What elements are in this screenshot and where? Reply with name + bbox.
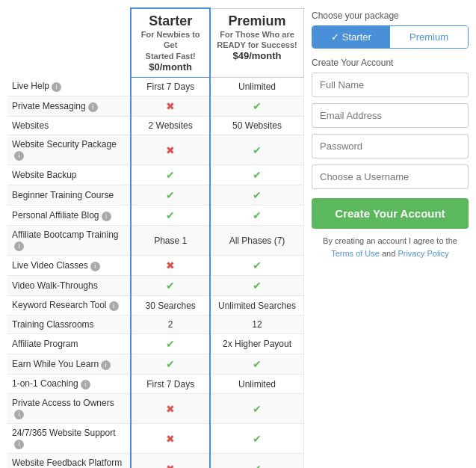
feature-header-empty — [7, 8, 131, 77]
premium-package-button[interactable]: Premium — [390, 26, 468, 48]
table-row: Websites2 Websites50 Websites — [7, 117, 304, 135]
create-account-button-label: Create Your Account — [335, 207, 445, 220]
feature-name-cell: Private Access to Ownersi — [7, 394, 131, 424]
table-row: Live Video Classesi✖✔ — [7, 256, 304, 276]
premium-value-cell: Unlimited — [210, 375, 304, 394]
check-icon: ✔ — [166, 338, 175, 350]
check-icon: ✔ — [166, 280, 175, 292]
feature-name-cell: Video Walk-Throughs — [7, 276, 131, 296]
premium-value-cell: Unlimited — [210, 77, 304, 96]
cross-icon: ✖ — [166, 433, 175, 445]
email-input[interactable] — [312, 103, 469, 128]
premium-value-cell: All Phases (7) — [210, 226, 304, 256]
cross-icon: ✖ — [166, 403, 175, 415]
check-icon: ✔ — [166, 209, 175, 221]
fullname-group — [312, 73, 469, 97]
info-icon[interactable]: i — [90, 262, 100, 271]
premium-value-cell: ✔ — [210, 206, 304, 226]
info-icon[interactable]: i — [101, 360, 111, 370]
check-icon: ✔ — [253, 463, 262, 468]
info-icon[interactable]: i — [14, 241, 24, 251]
fullname-input[interactable] — [312, 73, 469, 97]
feature-name-cell: Training Classrooms — [7, 315, 131, 334]
feature-name-cell: Beginner Training Course — [7, 185, 131, 206]
premium-value-cell: ✔ — [210, 424, 304, 454]
table-row: Affiliate Program✔2x Higher Payout — [7, 334, 304, 354]
starter-value-cell: ✖ — [131, 256, 210, 276]
premium-header: Premium For Those Who areREADY for Succe… — [210, 8, 304, 77]
check-icon: ✔ — [253, 144, 262, 156]
starter-value-cell: 2 Websites — [131, 117, 210, 135]
starter-value-cell: ✔ — [131, 165, 210, 185]
check-icon: ✔ — [253, 189, 262, 201]
email-group — [312, 103, 469, 128]
starter-check-icon: ✓ — [331, 31, 342, 43]
info-icon[interactable]: i — [52, 82, 61, 92]
starter-value-cell: ✖ — [131, 424, 210, 454]
cross-icon: ✖ — [166, 463, 175, 468]
terms-text: By creating an account I agree to the Te… — [312, 235, 469, 259]
check-icon: ✔ — [253, 280, 262, 292]
info-icon[interactable]: i — [88, 102, 98, 112]
feature-name-cell: Website Backup — [7, 165, 131, 185]
terms-link[interactable]: Terms of Use — [331, 249, 380, 258]
signup-panel: Choose your package ✓ Starter Premium Cr… — [312, 7, 469, 468]
password-input[interactable] — [312, 134, 469, 158]
premium-value-cell: ✔ — [210, 394, 304, 424]
username-input[interactable] — [312, 164, 469, 189]
feature-name-cell: Live Video Classesi — [7, 256, 131, 276]
check-icon: ✔ — [253, 169, 262, 181]
table-row: Video Walk-Throughs✔✔ — [7, 276, 304, 296]
table-row: Affiliate Bootcamp TrainingiPhase 1All P… — [7, 226, 304, 256]
starter-value-cell: ✖ — [131, 454, 210, 468]
table-row: Personal Affiliate Blogi✔✔ — [7, 206, 304, 226]
check-icon: ✔ — [253, 209, 262, 221]
starter-value-cell: ✔ — [131, 354, 210, 375]
username-group — [312, 164, 469, 189]
cross-icon: ✖ — [166, 100, 175, 112]
info-icon[interactable]: i — [14, 151, 24, 161]
table-row: Private Access to Ownersi✖✔ — [7, 394, 304, 424]
info-icon[interactable]: i — [14, 440, 24, 449]
premium-title: Premium — [214, 13, 300, 29]
table-row: 24/7/365 Website Supporti✖✔ — [7, 424, 304, 454]
starter-value-cell: ✔ — [131, 276, 210, 296]
info-icon[interactable]: i — [102, 212, 111, 221]
starter-value-cell: ✖ — [131, 96, 210, 117]
info-icon[interactable]: i — [81, 380, 90, 390]
check-icon: ✔ — [253, 100, 262, 112]
check-icon: ✔ — [166, 358, 175, 370]
premium-value-cell: ✔ — [210, 454, 304, 468]
starter-title: Starter — [135, 13, 206, 29]
starter-header: Starter For Newbies to GetStarted Fast! … — [131, 8, 210, 77]
table-row: Keyword Research Tooli30 SearchesUnlimit… — [7, 296, 304, 315]
table-row: Website Backup✔✔ — [7, 165, 304, 185]
premium-value-cell: ✔ — [210, 276, 304, 296]
cross-icon: ✖ — [166, 144, 175, 156]
info-icon[interactable]: i — [109, 301, 119, 311]
feature-name-cell: Website Feedback Platformi — [7, 454, 131, 468]
premium-value-cell: 50 Websites — [210, 117, 304, 135]
comparison-table: Starter For Newbies to GetStarted Fast! … — [7, 7, 304, 468]
starter-btn-label: Starter — [342, 31, 371, 43]
feature-name-cell: Website Security Packagei — [7, 135, 131, 165]
terms-prefix: By creating an account I agree to the — [323, 236, 457, 245]
feature-name-cell: Personal Affiliate Blogi — [7, 206, 131, 226]
create-account-button[interactable]: Create Your Account — [312, 198, 469, 229]
table-row: Website Security Packagei✖✔ — [7, 135, 304, 165]
feature-name-cell: 1-on-1 Coachingi — [7, 375, 131, 394]
starter-package-button[interactable]: ✓ Starter — [312, 26, 390, 48]
starter-value-cell: ✖ — [131, 135, 210, 165]
main-container: Starter For Newbies to GetStarted Fast! … — [0, 0, 476, 468]
starter-value-cell: 2 — [131, 315, 210, 334]
privacy-link[interactable]: Privacy Policy — [398, 249, 448, 258]
check-icon: ✔ — [166, 189, 175, 201]
info-icon[interactable]: i — [14, 410, 24, 419]
premium-value-cell: ✔ — [210, 185, 304, 206]
premium-btn-label: Premium — [409, 31, 448, 43]
starter-price: $0/month — [135, 61, 206, 73]
premium-value-cell: ✔ — [210, 96, 304, 117]
starter-value-cell: ✔ — [131, 334, 210, 354]
starter-value-cell: ✔ — [131, 206, 210, 226]
premium-value-cell: ✔ — [210, 135, 304, 165]
